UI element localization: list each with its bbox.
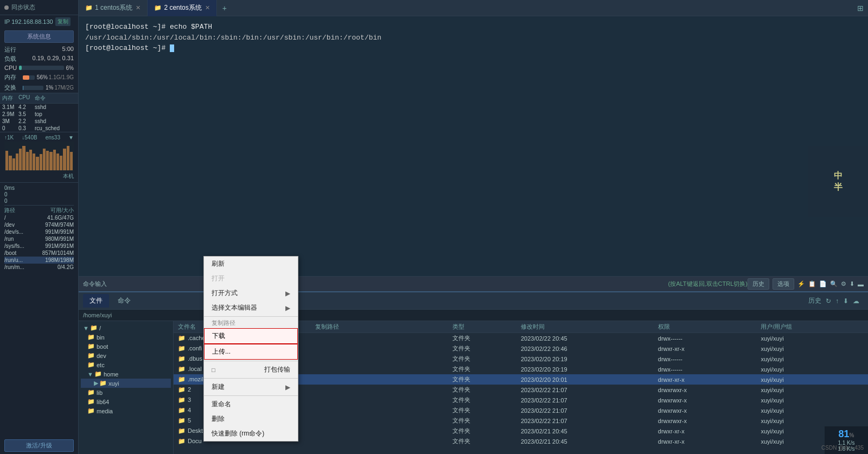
folder-icon: 📁 (178, 386, 186, 393)
tree-node-xuyi[interactable]: ▶ 📁 xuyi (81, 379, 171, 388)
tab-1[interactable]: 📁 1 centos系统 ✕ (79, 0, 148, 16)
download-icon[interactable]: ⬇ (850, 280, 854, 287)
mem-bar-fill (23, 75, 29, 80)
cm-delete[interactable]: 删除 (204, 412, 298, 426)
proc-col-cpu-header: CPU (18, 94, 35, 102)
search-icon[interactable]: 🔍 (830, 280, 838, 287)
cm-divider-1 (204, 316, 298, 317)
tree-node-dev[interactable]: 📁 dev (81, 351, 171, 360)
history-button[interactable]: 历史 (748, 278, 769, 290)
folder-icon: 📁 (94, 370, 102, 378)
proc-row[interactable]: 0 0.3 rcu_sched (0, 125, 78, 132)
mem-bar-bg (23, 75, 35, 80)
term-cursor (170, 44, 174, 52)
net-dropdown-icon[interactable]: ▼ (68, 135, 74, 140)
proc-row[interactable]: 2.9M 3.5 top (0, 111, 78, 118)
up-icon[interactable]: ↑ (835, 297, 839, 305)
net-bar (63, 149, 66, 171)
disk-header: 路径 可用/大小 (4, 207, 74, 214)
checkbox-icon: □ (212, 367, 215, 373)
cm-download[interactable]: 下载 (204, 328, 298, 344)
minimize-icon[interactable]: ▬ (858, 281, 864, 287)
add-tab-button[interactable]: + (217, 4, 232, 12)
term-prompt-1: [root@localhost ~]# (85, 23, 170, 31)
tree-node-lib[interactable]: 📁 lib (81, 388, 171, 397)
cm-quick-delete[interactable]: 快速删除 (rm命令) (204, 426, 298, 441)
net-section: ↑1K ↓540B ens33 ▼ 本机 (0, 132, 78, 182)
folder-icon: 📁 (87, 334, 95, 341)
proc-col-cmd-header: 命令 (35, 94, 76, 102)
tree-node-media[interactable]: 📁 media (81, 406, 171, 415)
tab-1-label: 1 centos系统 (95, 3, 132, 12)
tab-1-close[interactable]: ✕ (136, 4, 141, 11)
grid-view-button[interactable]: ⊞ (853, 4, 868, 12)
submenu-arrow: ▶ (285, 304, 290, 312)
tab-2[interactable]: 📁 2 centos系统 ✕ (148, 0, 216, 16)
tree-node-etc[interactable]: 📁 etc (81, 360, 171, 369)
cm-divider-2 (204, 361, 298, 361)
settings-icon[interactable]: ⚙ (841, 280, 846, 287)
disk-row[interactable]: /run/u...198M/198M (4, 257, 74, 264)
sys-info-button[interactable]: 系统信息 (4, 30, 74, 43)
fm-toolbar: 文件 命令 历史 ↻ ↑ ⬇ ☁ (79, 292, 868, 310)
cm-upload[interactable]: 上传... (204, 344, 298, 360)
net-bars (4, 142, 74, 171)
net-iface: ens33 (46, 135, 60, 140)
terminal[interactable]: [root@localhost ~]# echo $PATH /usr/loca… (79, 16, 868, 276)
fm-tab-cmd[interactable]: 命令 (111, 294, 137, 308)
net-up: ↑1K (4, 135, 14, 140)
fm-tab-file[interactable]: 文件 (83, 294, 109, 308)
disk-row[interactable]: /41.6G/47G (4, 214, 74, 221)
fm-toolbar-actions: 历史 ↻ ↑ ⬇ ☁ (808, 296, 864, 305)
cm-open: 打开 (204, 271, 298, 286)
col-date-header: 修改时间 (521, 323, 658, 331)
upload-icon[interactable]: ⬇ (843, 297, 848, 305)
load-label: 负载 (4, 55, 16, 63)
net-chart (4, 142, 74, 171)
cm-open-with[interactable]: 打开方式▶ (204, 286, 298, 300)
cm-select-editor[interactable]: 选择文本编辑器▶ (204, 300, 298, 315)
disk-row[interactable]: /run980M/991M (4, 235, 74, 242)
tab-2-close[interactable]: ✕ (205, 4, 210, 11)
disk-row[interactable]: /sys/fs...991M/991M (4, 242, 74, 250)
csdn-badge: CSDN @你一435 (821, 444, 864, 452)
disk-row[interactable]: /dev/s...991M/991M (4, 228, 74, 235)
cm-new[interactable]: 新建▶ (204, 380, 298, 394)
proc-row[interactable]: 3M 2.2 sshd (0, 118, 78, 125)
cpu-label: CPU (4, 65, 17, 71)
clipboard-icon[interactable]: 📋 (808, 280, 816, 287)
term-output-1: /usr/local/sbin:/usr/local/bin:/sbin:/bi… (85, 34, 381, 42)
cloud-icon[interactable]: ☁ (853, 297, 859, 305)
refresh-icon[interactable]: ↻ (826, 297, 831, 305)
bottombar: 命令输入 (按ALT键返回,双击CTRL切换) 历史 选项 ⚡ 📋 📄 🔍 ⚙ … (79, 276, 868, 291)
cm-rename[interactable]: 重命名 (204, 397, 298, 412)
cpu-val: 6% (66, 65, 74, 71)
tree-node-lib64[interactable]: 📁 lib64 (81, 397, 171, 406)
disk-row[interactable]: /boot857M/1014M (4, 250, 74, 257)
proc-row[interactable]: 3.1M 4.2 sshd (0, 104, 78, 111)
history-icon[interactable]: 历史 (808, 296, 821, 305)
tab-2-label: 2 centos系统 (164, 3, 201, 12)
tree-node-root[interactable]: ▼ 📁 / (81, 323, 171, 332)
sync-status: 同步状态 (0, 0, 78, 15)
disk-row[interactable]: /dev974M/974M (4, 221, 74, 228)
disk-row[interactable]: /run/m...0/4.2G (4, 264, 74, 271)
sync-dot (4, 5, 9, 10)
folder-icon: 📁 (178, 438, 186, 444)
activate-button[interactable]: 激活/升级 (4, 439, 74, 452)
net-bar (53, 150, 56, 170)
net-bar (9, 156, 11, 170)
net-bar (70, 152, 73, 170)
cmd-hint: (按ALT键返回,双击CTRL切换) (668, 280, 748, 288)
tree-node-bin[interactable]: 📁 bin (81, 332, 171, 342)
load-row: 负载 0.19, 0.29, 0.31 (0, 54, 78, 63)
lightning-icon[interactable]: ⚡ (797, 280, 805, 287)
cm-pack-transfer[interactable]: □打包传输 (204, 362, 298, 377)
copy-ip-button[interactable]: 复制 (55, 17, 71, 26)
tree-node-boot[interactable]: 📁 boot (81, 342, 171, 351)
context-menu: 刷新 打开 打开方式▶ 选择文本编辑器▶ 复制路径 下载 上传... □打包传输… (203, 256, 298, 442)
copy-icon[interactable]: 📄 (819, 280, 827, 287)
cm-refresh[interactable]: 刷新 (204, 257, 298, 271)
tree-node-home[interactable]: ▼ 📁 home (81, 369, 171, 379)
select-button[interactable]: 选项 (773, 278, 794, 290)
